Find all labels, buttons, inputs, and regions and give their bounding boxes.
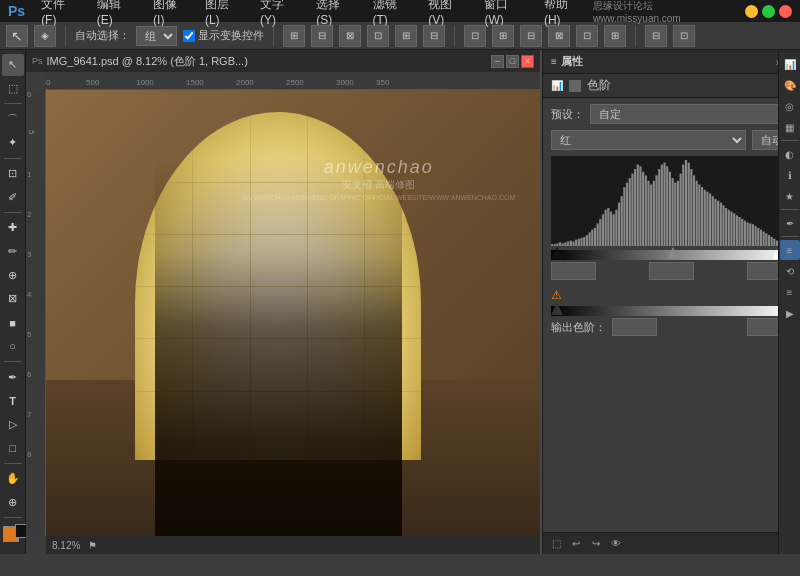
properties-title: 属性 <box>561 54 583 69</box>
photo-watermark: anwenchao 安文招 高端修图 AN WENCHAO HIGH-END G… <box>242 157 515 201</box>
navigator-icon-btn[interactable]: ◎ <box>780 96 800 116</box>
show-transform-checkbox[interactable]: 显示变换控件 <box>183 28 264 43</box>
main-area: ↖ ⬚ ⌒ ✦ ⊡ ✐ ✚ ✏ ⊕ ⊠ ■ ○ ✒ T ▷ □ ✋ ⊕ <box>0 50 800 554</box>
magic-wand-tool[interactable]: ✦ <box>2 132 24 154</box>
distribute-center-btn[interactable]: ⊞ <box>492 25 514 47</box>
menu-layer[interactable]: 图层(L) <box>197 0 250 29</box>
align-left-btn[interactable]: ⊞ <box>283 25 305 47</box>
input-black-value[interactable]: 0 <box>551 262 596 280</box>
path-select-tool[interactable]: ▷ <box>2 414 24 436</box>
properties-levels-panel: ≡ 属性 » ≡ 📊 色阶 预设： 自定 <box>542 50 800 554</box>
gradient-tool[interactable]: ■ <box>2 312 24 334</box>
document-titlebar: Ps IMG_9641.psd @ 8.12% (色阶 1, RGB...) −… <box>26 50 540 72</box>
panel-bottom-eye[interactable]: 👁 <box>607 535 625 553</box>
tool-options-2[interactable]: ◈ <box>34 25 56 47</box>
input-mid-value[interactable]: 1.00 <box>649 262 694 280</box>
doc-maximize-btn[interactable]: □ <box>506 55 519 68</box>
auto-align-btn[interactable]: ⊟ <box>645 25 667 47</box>
distribute-left-btn[interactable]: ⊡ <box>464 25 486 47</box>
tool-sep-3 <box>4 212 22 213</box>
brush-tool[interactable]: ✏ <box>2 241 24 263</box>
sep-2 <box>273 26 274 46</box>
channels-icon-btn[interactable]: ≡ <box>780 282 800 302</box>
align-top-btn[interactable]: ⊡ <box>367 25 389 47</box>
ps-small-icon: Ps <box>32 56 43 66</box>
output-label: 输出色阶： <box>551 320 606 335</box>
marquee-tool[interactable]: ⬚ <box>2 78 24 100</box>
window-controls <box>745 5 792 18</box>
shape-tool[interactable]: □ <box>2 437 24 459</box>
align-right-btn[interactable]: ⊠ <box>339 25 361 47</box>
distribute-top-btn[interactable]: ⊠ <box>548 25 570 47</box>
distribute-vcenter-btn[interactable]: ⊡ <box>576 25 598 47</box>
preset-dropdown[interactable]: 自定 <box>590 104 792 124</box>
history-icon-btn[interactable]: ⟲ <box>780 261 800 281</box>
layers-icon-btn[interactable]: ≡ <box>780 240 800 260</box>
title-bar: Ps 文件(F) 编辑(E) 图像(I) 图层(L) 文字(Y) 选择(S) 滤… <box>0 0 800 22</box>
menu-edit[interactable]: 编辑(E) <box>89 0 143 29</box>
midtone-slider[interactable] <box>667 247 679 259</box>
channel-row: 红 自动 <box>551 130 792 150</box>
panel-bottom-icon3[interactable]: ↪ <box>587 535 605 553</box>
color-icon-btn[interactable]: 🎨 <box>780 75 800 95</box>
distribute-bottom-btn[interactable]: ⊞ <box>604 25 626 47</box>
panel-bottom-icon2[interactable]: ↩ <box>567 535 585 553</box>
distribute-right-btn[interactable]: ⊟ <box>520 25 542 47</box>
lasso-tool[interactable]: ⌒ <box>2 108 24 130</box>
right-icon-sep-3 <box>781 236 799 237</box>
zoom-level: 8.12% <box>52 540 80 551</box>
pen-tool[interactable]: ✒ <box>2 366 24 388</box>
healing-tool[interactable]: ✚ <box>2 217 24 239</box>
transform-checkbox-input[interactable] <box>183 30 195 42</box>
tool-sep-6 <box>4 517 22 518</box>
move-tool[interactable]: ↖ <box>2 54 24 76</box>
doc-minimize-btn[interactable]: − <box>491 55 504 68</box>
canvas-area: Ps IMG_9641.psd @ 8.12% (色阶 1, RGB...) −… <box>26 50 800 554</box>
document-window: Ps IMG_9641.psd @ 8.12% (色阶 1, RGB...) −… <box>26 50 540 554</box>
histogram-display <box>551 156 792 246</box>
levels-panel: 预设： 自定 红 自动 <box>543 98 800 532</box>
type-tool[interactable]: T <box>2 390 24 412</box>
crop-tool[interactable]: ⊡ <box>2 163 24 185</box>
zoom-tool[interactable]: ⊕ <box>2 492 24 514</box>
adjustments-icon-btn[interactable]: ◐ <box>780 144 800 164</box>
swatches-icon-btn[interactable]: ▦ <box>780 117 800 137</box>
right-icon-bar: 📊 🎨 ◎ ▦ ◐ ℹ ★ ✒ ≡ ⟲ ≡ ▶ <box>778 50 800 554</box>
ruler-vertical: 0 5 1 2 3 4 5 6 7 8 <box>26 90 46 536</box>
input-gradient-bar <box>551 250 792 260</box>
clone-tool[interactable]: ⊕ <box>2 264 24 286</box>
menu-image[interactable]: 图像(I) <box>145 0 195 29</box>
right-icon-sep-2 <box>781 209 799 210</box>
close-button[interactable] <box>779 5 792 18</box>
dodge-tool[interactable]: ○ <box>2 336 24 358</box>
info-icon-btn[interactable]: ℹ <box>780 165 800 185</box>
actions-icon-btn[interactable]: ▶ <box>780 303 800 323</box>
histogram-icon-btn[interactable]: 📊 <box>780 54 800 74</box>
levels-title: 色阶 <box>587 77 611 94</box>
align-center-h-btn[interactable]: ⊟ <box>311 25 333 47</box>
styles-icon-btn[interactable]: ★ <box>780 186 800 206</box>
auto-blend-btn[interactable]: ⊡ <box>673 25 695 47</box>
align-center-v-btn[interactable]: ⊞ <box>395 25 417 47</box>
brand-text: 思缘设计论坛 www.missyuan.com <box>593 0 737 24</box>
levels-histogram-icon: 📊 <box>551 80 563 91</box>
minimize-button[interactable] <box>745 5 758 18</box>
eraser-tool[interactable]: ⊠ <box>2 288 24 310</box>
warning-row: ⚠ <box>551 288 792 302</box>
ruler-horizontal: 0 500 1000 1500 2000 2500 3000 350 <box>46 72 540 90</box>
eyedropper-tool[interactable]: ✐ <box>2 186 24 208</box>
channel-dropdown[interactable]: 红 <box>551 130 746 150</box>
output-black-value[interactable]: 0 <box>612 318 657 336</box>
paths-icon-btn[interactable]: ✒ <box>780 213 800 233</box>
couple-silhouette <box>155 157 402 536</box>
panel-bottom-icon1[interactable]: ⬚ <box>547 535 565 553</box>
doc-close-btn[interactable]: × <box>521 55 534 68</box>
align-bottom-btn[interactable]: ⊟ <box>423 25 445 47</box>
tool-sep-5 <box>4 463 22 464</box>
move-tool-options[interactable]: ↖ <box>6 25 28 47</box>
auto-select-dropdown[interactable]: 组 <box>136 26 177 46</box>
output-black-slider[interactable] <box>551 303 563 315</box>
maximize-button[interactable] <box>762 5 775 18</box>
hand-tool[interactable]: ✋ <box>2 468 24 490</box>
black-point-slider[interactable] <box>551 247 563 259</box>
